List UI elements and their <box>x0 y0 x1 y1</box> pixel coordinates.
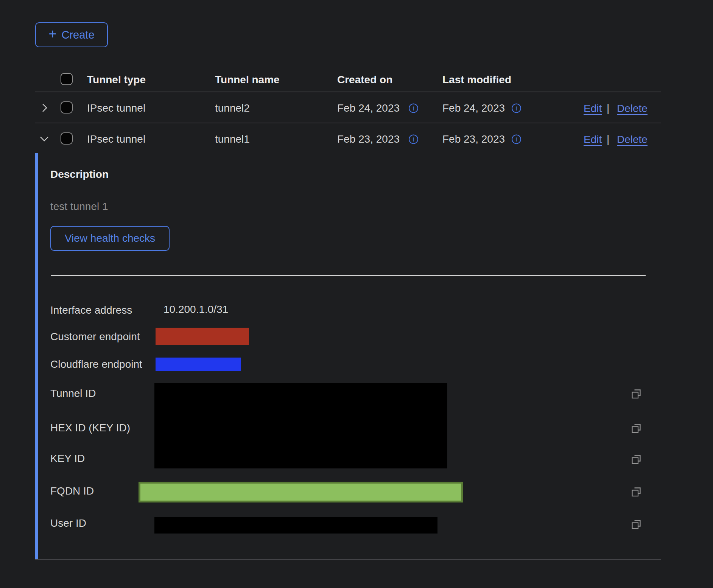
customer-endpoint-redacted-value <box>156 328 249 345</box>
copy-icon[interactable] <box>631 423 641 433</box>
tunnel-type-cell: IPsec tunnel <box>87 102 145 114</box>
row-checkbox[interactable] <box>61 101 73 114</box>
field-label: Customer endpoint <box>50 331 140 343</box>
copy-icon[interactable] <box>631 454 641 464</box>
header-divider <box>35 92 661 92</box>
description-label: Description <box>50 168 109 180</box>
row-checkbox[interactable] <box>61 132 73 145</box>
copy-icon[interactable] <box>631 388 641 399</box>
column-header-tunnel-name: Tunnel name <box>215 74 280 86</box>
create-button-label: Create <box>61 29 94 41</box>
tunnel-name-cell: tunnel1 <box>215 133 250 145</box>
info-icon[interactable]: i <box>512 104 521 113</box>
delete-link[interactable]: Delete <box>617 134 648 146</box>
copy-icon[interactable] <box>631 486 641 497</box>
created-on-cell: Feb 23, 2023 <box>337 133 400 145</box>
last-modified-cell: Feb 23, 2023 <box>442 133 505 145</box>
fqdn-id-redacted-value <box>139 482 463 502</box>
cloudflare-endpoint-redacted-value <box>156 358 241 371</box>
create-button[interactable]: + Create <box>35 22 108 47</box>
created-on-cell: Feb 24, 2023 <box>337 102 400 114</box>
plus-icon: + <box>48 26 56 42</box>
select-all-checkbox[interactable] <box>61 73 73 85</box>
chevron-right-icon[interactable] <box>40 103 49 113</box>
expanded-row-bottom-border <box>35 559 661 560</box>
tunnel-type-cell: IPsec tunnel <box>87 133 145 145</box>
info-icon[interactable]: i <box>512 135 521 144</box>
row-divider <box>35 123 661 123</box>
description-value: test tunnel 1 <box>50 201 108 213</box>
copy-icon[interactable] <box>631 519 641 529</box>
delete-link[interactable]: Delete <box>617 103 648 115</box>
column-header-created-on: Created on <box>337 74 392 86</box>
action-separator: | <box>607 133 609 145</box>
interface-address-value: 10.200.1.0/31 <box>163 303 228 316</box>
section-divider <box>51 275 646 276</box>
info-icon[interactable]: i <box>409 104 418 113</box>
column-header-last-modified: Last modified <box>442 74 511 86</box>
field-label: HEX ID (KEY ID) <box>50 422 130 434</box>
edit-link[interactable]: Edit <box>584 134 602 146</box>
expanded-row-accent-bar <box>35 153 38 559</box>
field-label: Tunnel ID <box>50 387 96 400</box>
field-label: Cloudflare endpoint <box>50 358 142 370</box>
tunnel-name-cell: tunnel2 <box>215 102 250 114</box>
ids-redacted-value <box>154 383 447 468</box>
field-label: KEY ID <box>50 453 85 465</box>
field-label: Interface address <box>50 304 132 316</box>
action-separator: | <box>607 102 609 114</box>
column-header-tunnel-type: Tunnel type <box>87 74 146 86</box>
view-health-checks-button[interactable]: View health checks <box>50 226 170 251</box>
chevron-down-icon[interactable] <box>39 135 50 143</box>
last-modified-cell: Feb 24, 2023 <box>442 102 505 114</box>
edit-link[interactable]: Edit <box>584 103 602 115</box>
user-id-redacted-value <box>154 517 437 534</box>
field-label: User ID <box>50 517 86 529</box>
info-icon[interactable]: i <box>409 135 418 144</box>
field-label: FQDN ID <box>50 485 94 497</box>
